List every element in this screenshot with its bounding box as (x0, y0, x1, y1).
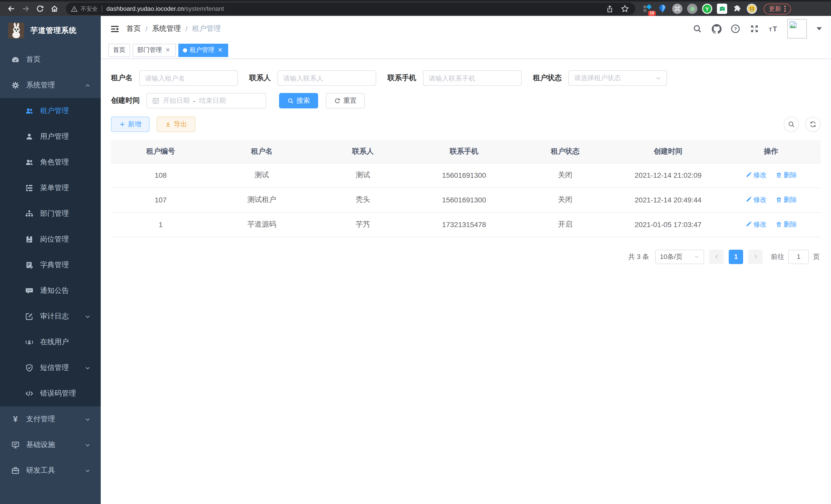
sidebar-item-dept[interactable]: 部门管理 (0, 201, 101, 227)
sidebar-item-post[interactable]: 岗位管理 (0, 227, 101, 252)
tab-home[interactable]: 首页 (109, 43, 130, 57)
github-link-button[interactable] (711, 24, 721, 34)
tenant-name-input-field[interactable] (145, 74, 232, 82)
sidebar-item-online-users[interactable]: 在线用户 (0, 329, 101, 355)
address-bar[interactable]: 不安全 dashboard.yudao.iocoder.cn/system/te… (66, 3, 635, 15)
sidebar-item-pay[interactable]: ¥ 支付管理 (0, 406, 101, 432)
add-button[interactable]: 新增 (111, 117, 149, 132)
search-button[interactable]: 搜索 (279, 93, 318, 109)
sidebar-item-audit-log[interactable]: 审计日志 (0, 304, 101, 329)
browser-home-button[interactable] (48, 3, 61, 15)
extensions-puzzle-button[interactable] (732, 4, 742, 14)
security-label[interactable]: 不安全 (81, 5, 98, 12)
extension-y-avatar[interactable]: Y (702, 4, 712, 14)
filter-mobile: 联系手机 (388, 70, 522, 86)
help-docs-button[interactable]: ? (730, 24, 741, 34)
col-tenant-name: 租户名 (210, 140, 313, 163)
delete-link[interactable]: 删除 (775, 171, 797, 180)
cell-created: 2021-12-14 20:49:44 (615, 187, 721, 212)
sidebar-logo[interactable]: 芋道管理系统 (0, 16, 101, 45)
extension-dot-icon[interactable] (687, 4, 697, 14)
search-button-label: 搜索 (296, 96, 310, 105)
sidebar-item-sms[interactable]: 短信管理 (0, 355, 101, 381)
sidebar-item-user[interactable]: 用户管理 (0, 124, 101, 149)
pagination-total: 共 3 条 (628, 252, 649, 261)
page-size-select[interactable]: 10条/页 (655, 249, 704, 264)
browser-menu-dots-icon[interactable] (784, 6, 785, 12)
contact-input-field[interactable] (283, 74, 371, 82)
share-icon (606, 5, 613, 12)
filter-tenant-name: 租户名 (111, 70, 238, 86)
sidebar-item-label: 审计日志 (40, 312, 85, 321)
share-button[interactable] (604, 4, 614, 14)
status-select[interactable]: 请选择租户状态 (568, 70, 667, 86)
edit-link[interactable]: 修改 (745, 195, 767, 205)
edit-link[interactable]: 修改 (745, 171, 767, 180)
delete-link[interactable]: 删除 (775, 195, 797, 205)
next-page-button[interactable] (748, 249, 763, 264)
breadcrumb-home[interactable]: 首页 (126, 24, 141, 33)
profile-avatar[interactable] (747, 4, 757, 14)
chat-bubble-icon (719, 5, 725, 12)
mobile-input-field[interactable] (429, 74, 516, 82)
browser-reload-button[interactable] (34, 3, 46, 15)
sidebar-item-role[interactable]: 角色管理 (0, 149, 101, 175)
goto-page-input-field[interactable] (789, 250, 808, 263)
toggle-search-button[interactable] (784, 117, 799, 132)
fullscreen-button[interactable] (749, 24, 760, 34)
bookmark-star-button[interactable] (620, 4, 630, 14)
tab-tenant[interactable]: 租户管理 ✕ (178, 43, 228, 57)
browser-back-button[interactable] (5, 3, 18, 15)
reset-button[interactable]: 重置 (326, 93, 365, 109)
sidebar-item-dict[interactable]: 字典管理 (0, 252, 101, 278)
sidebar-item-system[interactable]: 系统管理 (0, 72, 101, 98)
tab-close-icon[interactable]: ✕ (217, 47, 224, 53)
date-range-separator: - (193, 97, 196, 105)
contact-input[interactable] (278, 70, 376, 86)
font-size-button[interactable]: TT (768, 24, 779, 34)
header-search-button[interactable] (692, 24, 703, 34)
tab-dept[interactable]: 部门管理 ✕ (133, 43, 176, 57)
sidebar-item-menu[interactable]: 菜单管理 (0, 175, 101, 201)
url-path[interactable]: /system/tenant (184, 5, 224, 12)
browser-forward-button[interactable] (20, 3, 32, 15)
browser-update-button[interactable]: 更新 (764, 3, 791, 14)
sidebar-item-home[interactable]: 首页 (0, 47, 101, 72)
table-toolbar: 新增 导出 (111, 117, 821, 132)
extension-tabs-icon[interactable]: 10 (642, 4, 653, 14)
reload-icon (36, 5, 44, 13)
tab-close-icon[interactable]: ✕ (165, 47, 171, 53)
sidebar-item-error-code[interactable]: 错误码管理 (0, 381, 101, 406)
sidebar-item-tenant[interactable]: 租户管理 (0, 98, 101, 124)
filter-contact: 联系人 (249, 70, 376, 86)
sidebar-collapse-button[interactable] (106, 20, 123, 37)
chevron-down-icon (85, 442, 90, 448)
sidebar-item-infra[interactable]: 基础设施 (0, 432, 101, 458)
page-number-1[interactable]: 1 (729, 249, 743, 264)
extension-kite-icon[interactable] (657, 4, 667, 14)
sidebar-item-dev-tools[interactable]: 研发工具 (0, 458, 101, 483)
prev-page-button[interactable] (709, 249, 724, 264)
date-range-picker[interactable]: 开始日期 - 结束日期 (146, 93, 266, 109)
goto-page-input[interactable] (789, 249, 809, 264)
user-avatar[interactable] (787, 19, 807, 38)
extension-chat-icon[interactable] (717, 4, 727, 14)
edit-link[interactable]: 修改 (745, 220, 767, 229)
refresh-table-button[interactable] (805, 117, 821, 132)
avatar-dropdown-caret[interactable] (816, 27, 822, 30)
tenant-name-input[interactable] (139, 70, 238, 86)
extension-command-icon[interactable] (672, 4, 683, 14)
sidebar-item-notice[interactable]: 通知公告 (0, 278, 101, 304)
url-host[interactable]: dashboard.yudao.iocoder.cn (106, 5, 184, 12)
status-select-placeholder: 请选择租户状态 (574, 73, 621, 83)
sidebar-item-label: 错误码管理 (40, 389, 90, 398)
export-button[interactable]: 导出 (157, 117, 195, 132)
col-mobile: 联系手机 (413, 140, 515, 163)
breadcrumb-section[interactable]: 系统管理 (152, 24, 181, 33)
delete-link[interactable]: 删除 (775, 220, 797, 229)
chevron-up-icon (85, 83, 90, 88)
sidebar-item-label: 角色管理 (40, 158, 90, 167)
mobile-input[interactable] (423, 70, 522, 86)
tenant-table: 租户编号 租户名 联系人 联系手机 租户状态 创建时间 操作 108 测试 (111, 140, 821, 237)
table-row: 108 测试 测试 15601691300 关闭 2021-12-14 21:0… (111, 163, 821, 187)
